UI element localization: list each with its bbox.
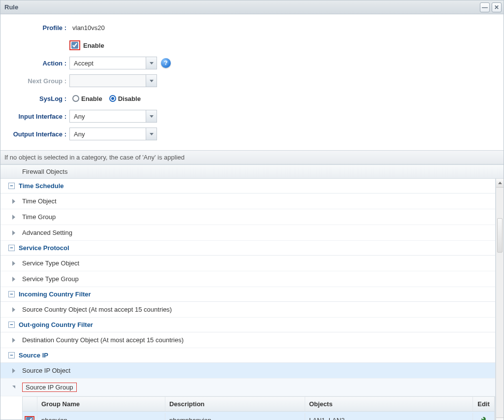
expand-icon xyxy=(12,368,15,373)
col-edit[interactable]: Edit xyxy=(473,397,495,411)
action-select[interactable]: Accept xyxy=(69,57,157,69)
col-description[interactable]: Description xyxy=(165,397,305,411)
collapse-icon[interactable]: − xyxy=(8,352,15,358)
output-interface-label: Output Interface : xyxy=(5,130,69,138)
syslog-enable-radio[interactable] xyxy=(72,95,79,102)
expanded-icon xyxy=(12,386,15,388)
source-ip-group-grid: Group Name Description Objects Edit nhan… xyxy=(22,396,495,420)
expand-icon xyxy=(12,230,15,235)
group-service-protocol[interactable]: − Service Protocol xyxy=(0,241,495,256)
scroll-down-button[interactable] xyxy=(496,418,504,420)
group-incoming-filter[interactable]: − Incoming Country Filter xyxy=(0,287,495,302)
grid-header: Group Name Description Objects Edit xyxy=(23,396,495,412)
col-group-name[interactable]: Group Name xyxy=(37,397,165,411)
chevron-down-icon xyxy=(146,75,157,87)
item-time-object[interactable]: Time Object xyxy=(0,194,495,209)
expand-icon xyxy=(12,338,15,343)
enable-highlight xyxy=(69,40,80,50)
vertical-scrollbar[interactable] xyxy=(496,179,504,420)
collapse-icon[interactable]: − xyxy=(8,322,15,328)
next-group-select xyxy=(69,74,157,87)
close-button[interactable]: ✕ xyxy=(492,2,502,12)
expand-icon xyxy=(12,277,15,282)
firewall-objects-header: Firewall Objects xyxy=(0,164,504,179)
expand-icon xyxy=(12,307,15,312)
help-icon[interactable]: ? xyxy=(161,58,171,68)
action-label: Action : xyxy=(5,60,69,67)
profile-value: vlan10vs20 xyxy=(69,24,105,32)
expand-icon xyxy=(12,215,15,220)
item-time-group[interactable]: Time Group xyxy=(0,209,495,225)
window-title: Rule xyxy=(4,3,18,11)
titlebar: Rule — ✕ xyxy=(0,0,504,14)
chevron-down-icon xyxy=(146,57,157,69)
group-outgoing-filter[interactable]: − Out-going Country Filter xyxy=(0,318,495,332)
chevron-down-icon xyxy=(146,128,157,140)
form-area: Profile : vlan10vs20 Enable Action : Acc… xyxy=(0,14,504,150)
enable-label: Enable xyxy=(83,42,104,49)
input-interface-label: Input Interface : xyxy=(5,113,69,120)
item-advanced-setting[interactable]: Advanced Setting xyxy=(0,225,495,241)
expand-icon xyxy=(12,199,15,204)
item-service-type-object[interactable]: Service Type Object xyxy=(0,256,495,271)
item-source-ip-group[interactable]: Source IP Group xyxy=(0,379,495,396)
tools-icon xyxy=(479,415,488,420)
group-time-schedule[interactable]: − Time Schedule xyxy=(0,179,495,194)
output-interface-select[interactable]: Any xyxy=(69,128,157,140)
scroll-up-button[interactable] xyxy=(496,179,504,188)
row-checkbox[interactable] xyxy=(26,417,33,420)
item-source-country-object[interactable]: Source Country Object (At most accept 15… xyxy=(0,302,495,318)
input-interface-select[interactable]: Any xyxy=(69,110,157,123)
minimize-button[interactable]: — xyxy=(480,2,490,12)
profile-label: Profile : xyxy=(5,24,69,32)
syslog-label: SysLog : xyxy=(5,95,69,102)
item-source-ip-object[interactable]: Source IP Object xyxy=(0,363,495,379)
syslog-disable-label: Disable xyxy=(118,95,141,102)
collapse-icon[interactable]: − xyxy=(8,245,15,251)
cell-objects: LAN1, LAN2 xyxy=(305,413,473,420)
expand-icon xyxy=(12,261,15,266)
syslog-enable-label: Enable xyxy=(81,95,102,102)
item-destination-country-object[interactable]: Destination Country Object (At most acce… xyxy=(0,332,495,348)
table-row[interactable]: nhanvien nhomnhanvien LAN1, LAN2 xyxy=(23,412,495,420)
objects-panel: − Time Schedule Time Object Time Group A… xyxy=(0,179,504,420)
scroll-thumb[interactable] xyxy=(497,218,503,253)
source-ip-group-highlight: Source IP Group xyxy=(22,383,77,392)
group-source-ip[interactable]: − Source IP xyxy=(0,348,495,363)
next-group-label: Next Group : xyxy=(5,77,69,85)
chevron-down-icon xyxy=(146,110,157,122)
cell-description: nhomnhanvien xyxy=(165,413,305,420)
item-service-type-group[interactable]: Service Type Group xyxy=(0,271,495,287)
col-objects[interactable]: Objects xyxy=(305,397,473,411)
syslog-disable-radio[interactable] xyxy=(109,95,116,102)
collapse-icon[interactable]: − xyxy=(8,291,15,297)
enable-checkbox[interactable] xyxy=(71,42,78,49)
collapse-icon[interactable]: − xyxy=(8,183,15,189)
row-check-highlight xyxy=(25,416,34,420)
edit-button[interactable] xyxy=(479,415,489,420)
cell-group-name: nhanvien xyxy=(37,413,165,420)
rule-dialog: Rule — ✕ Profile : vlan10vs20 Enable Act… xyxy=(0,0,504,420)
info-bar: If no object is selected in a category, … xyxy=(0,150,504,164)
